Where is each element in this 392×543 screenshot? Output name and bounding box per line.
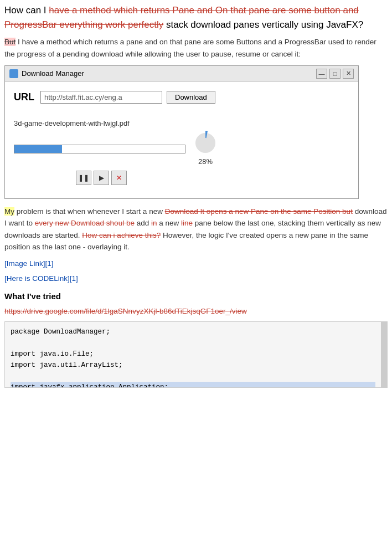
para2-strikethrough2: every new Download shoul be: [35, 219, 135, 227]
download-button[interactable]: Download: [167, 91, 215, 104]
controls-row: ❚❚ ▶ ✕: [75, 171, 349, 185]
maximize-button[interactable]: □: [329, 69, 341, 79]
progress-bar-fill: [14, 145, 62, 153]
close-button[interactable]: ✕: [343, 69, 354, 79]
download-manager-window: Download Manager — □ ✕ URL Download 3d-g…: [4, 65, 359, 199]
window-content: URL Download 3d-game-development-with-lw…: [5, 82, 358, 198]
body-intro: But: [4, 38, 16, 46]
para2-strikethrough3: in: [151, 219, 157, 227]
code-line: [11, 337, 375, 349]
code-line: import java.util.ArrayList;: [11, 360, 375, 371]
second-paragraph: My problem is that when whenever I start…: [4, 206, 388, 253]
url-label: URL: [14, 90, 36, 105]
body-paragraph: But I have a method which returns a pane…: [4, 36, 388, 60]
code-link-line: [Here is CODELink][1]: [4, 273, 388, 284]
para2-strikethrough4: line: [181, 219, 193, 227]
image-link[interactable]: [Image Link][1]: [4, 259, 54, 268]
pause-button[interactable]: ❚❚: [76, 171, 91, 185]
titlebar: Download Manager — □ ✕: [5, 66, 358, 82]
filename: 3d-game-development-with-lwjgl.pdf: [14, 118, 349, 129]
drive-link[interactable]: https://drive.google.com/file/d/1lgaSNnv…: [4, 306, 388, 317]
window-icon: [9, 69, 18, 78]
heading-end: stack download panes vertically using Ja…: [166, 19, 363, 30]
window-controls: — □ ✕: [316, 69, 354, 79]
progress-bar-background: [14, 145, 185, 153]
url-row: URL Download: [14, 90, 349, 105]
code-line: import java.io.File;: [11, 349, 375, 360]
progress-row: 28%: [14, 131, 349, 167]
para2-strikethrough5: How can i achieve this?: [82, 231, 161, 239]
cancel-button[interactable]: ✕: [111, 171, 127, 185]
download-item: 3d-game-development-with-lwjgl.pdf 28%: [14, 116, 349, 187]
code-line: package DownloadManager;: [11, 326, 375, 337]
para2-strikethrough1: Download It opens a new Pane on the same…: [165, 207, 353, 216]
window-title: Download Manager: [22, 68, 313, 79]
play-button[interactable]: ▶: [94, 171, 109, 185]
para2-text3: add: [137, 219, 149, 227]
para2-text1: problem is that when whenever I start a …: [17, 207, 165, 216]
image-link-line: [Image Link][1]: [4, 258, 388, 269]
url-input[interactable]: [40, 91, 162, 104]
code-block[interactable]: package DownloadManager; import java.io.…: [4, 321, 388, 388]
body-text: I have a method which returns a pane and…: [4, 38, 376, 58]
para2-my: My: [4, 207, 14, 216]
question-heading: How can I have a method which returns Pa…: [4, 3, 388, 32]
percent-label: 28%: [198, 156, 213, 167]
minimize-button[interactable]: —: [316, 69, 327, 79]
code-link[interactable]: [Here is CODELink][1]: [4, 274, 78, 283]
code-line: import javafx.application.Application;: [11, 382, 375, 388]
heading-start: How can I: [4, 5, 49, 16]
pie-chart-container: 28%: [193, 131, 218, 167]
para2-text4: a new: [159, 219, 181, 227]
what-tried-heading: What I've tried: [4, 290, 388, 303]
code-line: [11, 371, 375, 382]
progress-pie-chart: [193, 131, 218, 155]
